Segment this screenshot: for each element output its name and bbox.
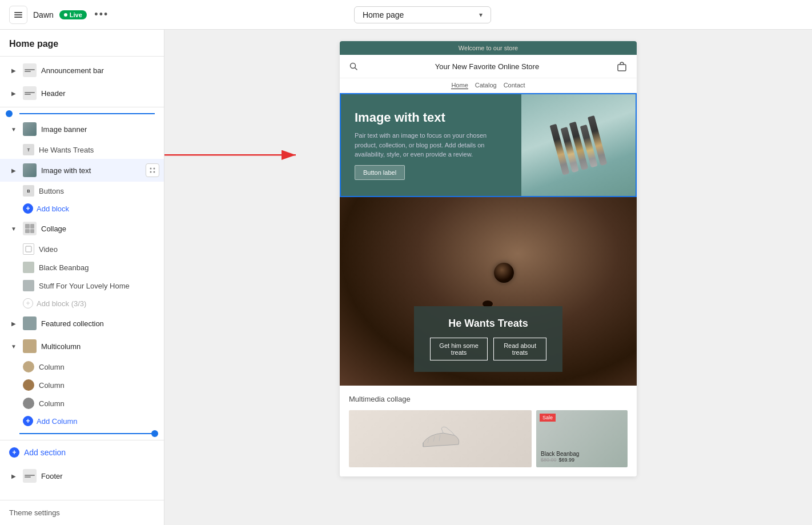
page-selector-text: Home page <box>363 10 404 19</box>
block-label: Column <box>39 363 65 371</box>
product-name: Black Beanbag <box>541 451 579 457</box>
add-column-button[interactable]: + Add Column <box>0 412 164 430</box>
sidebar: Home page ▶ Announcement bar ▶ Heade <box>0 30 164 525</box>
block-item-column-1[interactable]: Column <box>0 358 164 376</box>
svg-point-5 <box>150 171 152 173</box>
add-block-label: Add block <box>37 205 69 213</box>
collage-icon <box>23 222 37 235</box>
icon-bar <box>25 476 31 478</box>
icon-bar <box>25 475 35 476</box>
expand-toggle[interactable]: ▶ <box>9 166 18 175</box>
expand-toggle[interactable]: ▼ <box>9 224 18 233</box>
main-layout: Home page ▶ Announcement bar ▶ Heade <box>0 30 812 525</box>
sidebar-item-multicolumn[interactable]: ▼ Multicolumn <box>0 335 164 358</box>
block-label: Stuff For Your Lovely Home <box>39 282 130 290</box>
resize-line <box>19 113 155 114</box>
sidebar-item-collage[interactable]: ▼ Collage <box>0 217 164 240</box>
block-item-he-wants-treats[interactable]: T He Wants Treats <box>0 141 164 159</box>
sidebar-item-image-banner[interactable]: ▼ Image banner <box>0 118 164 141</box>
back-button[interactable] <box>9 6 27 24</box>
topbar-center: Home page ▾ <box>118 6 727 23</box>
preview-area: Welcome to our store Your New Favorite O… <box>164 30 812 525</box>
svg-line-11 <box>355 68 357 70</box>
section-label: Image banner <box>41 125 155 134</box>
sidebar-item-featured-collection[interactable]: ▶ Featured collection <box>0 312 164 335</box>
svg-point-6 <box>154 171 155 173</box>
announcement-bar-icon <box>23 63 37 77</box>
svg-rect-7 <box>26 246 31 252</box>
sidebar-title: Home page <box>0 30 164 54</box>
resize-indicator <box>0 112 164 115</box>
icon-bar <box>25 69 35 70</box>
iwt-description: Pair text with an image to focus on your… <box>355 131 508 159</box>
block-item-column-2[interactable]: Column <box>0 376 164 394</box>
block-icon: T <box>23 144 34 155</box>
store-title: Your New Favorite Online Store <box>358 62 616 71</box>
svg-rect-2 <box>14 17 22 18</box>
store-name: Dawn <box>33 10 54 19</box>
dog-title: He Wants Treats <box>430 318 546 330</box>
column2-icon <box>23 379 34 391</box>
store-topbar: Welcome to our store <box>340 41 637 55</box>
block-label: Column <box>39 399 65 408</box>
price-new: $69.99 <box>559 457 575 463</box>
section-label: Image with text <box>41 166 141 175</box>
iwt-button[interactable]: Button label <box>355 165 405 180</box>
resize-indicator-bottom <box>0 432 164 435</box>
price-old: $80.00 <box>541 457 557 463</box>
icon-bar <box>25 71 31 72</box>
iwt-title: Image with text <box>355 110 508 125</box>
beanbag-block-icon <box>23 262 34 273</box>
header-icon <box>23 86 37 100</box>
product-info: Black Beanbag $80.00 $69.99 <box>541 451 579 463</box>
dog-buttons: Get him some treats Read about treats <box>430 338 546 360</box>
section-label: Featured collection <box>41 319 155 328</box>
sidebar-item-image-with-text[interactable]: ▶ Image with text <box>0 159 164 182</box>
expand-toggle[interactable]: ▼ <box>9 125 18 134</box>
footer-icon <box>23 469 37 483</box>
cart-icon[interactable] <box>616 61 628 72</box>
column3-icon <box>23 398 34 409</box>
search-icon[interactable] <box>349 62 358 71</box>
nav-link-home[interactable]: Home <box>451 82 468 89</box>
expand-toggle[interactable]: ▶ <box>9 89 18 98</box>
resize-handle-bottom <box>151 430 158 437</box>
nav-link-contact[interactable]: Contact <box>504 82 525 89</box>
expand-toggle[interactable]: ▶ <box>9 471 18 480</box>
block-item-stuff-home[interactable]: Stuff For Your Lovely Home <box>0 276 164 295</box>
add-block-button[interactable]: + Add block <box>0 200 164 217</box>
dog-btn-treats[interactable]: Get him some treats <box>430 338 488 360</box>
nav-link-catalog[interactable]: Catalog <box>475 82 497 89</box>
sidebar-item-footer[interactable]: ▶ Footer <box>0 464 164 487</box>
page-selector[interactable]: Home page ▾ <box>354 6 491 23</box>
block-label: Column <box>39 381 65 390</box>
expand-toggle[interactable]: ▼ <box>9 342 18 351</box>
multicolumn-icon <box>23 339 37 353</box>
dog-btn-read[interactable]: Read about treats <box>493 338 546 360</box>
iwt-image <box>521 94 636 196</box>
sale-badge: Sale <box>540 414 556 422</box>
section-label: Announcement bar <box>41 66 155 75</box>
drag-handle-icon[interactable] <box>146 163 159 177</box>
more-button[interactable]: ••• <box>93 6 111 24</box>
icon-bar <box>25 92 35 93</box>
theme-settings-link[interactable]: Theme settings <box>0 500 164 525</box>
block-item-black-beanbag[interactable]: Black Beanbag <box>0 258 164 276</box>
block-label: Black Beanbag <box>39 263 89 272</box>
add-section-button[interactable]: + Add section <box>0 440 164 464</box>
resize-line-bottom <box>19 433 155 434</box>
svg-rect-1 <box>14 14 22 15</box>
block-item-buttons[interactable]: B Buttons <box>0 182 164 200</box>
sidebar-item-header[interactable]: ▶ Header <box>0 82 164 105</box>
expand-toggle[interactable]: ▶ <box>9 66 18 75</box>
block-item-column-3[interactable]: Column <box>0 394 164 412</box>
block-item-video[interactable]: Video <box>0 240 164 258</box>
shoe-illustration <box>417 423 463 454</box>
add-column-icon: + <box>23 416 33 426</box>
section-label: Collage <box>41 225 155 233</box>
svg-point-4 <box>154 168 155 170</box>
resize-handle-top <box>6 110 13 117</box>
sidebar-item-announcement-bar[interactable]: ▶ Announcement bar <box>0 59 164 82</box>
expand-toggle[interactable]: ▶ <box>9 319 18 328</box>
image-with-text-section[interactable]: Image with text Pair text with an image … <box>340 93 637 197</box>
